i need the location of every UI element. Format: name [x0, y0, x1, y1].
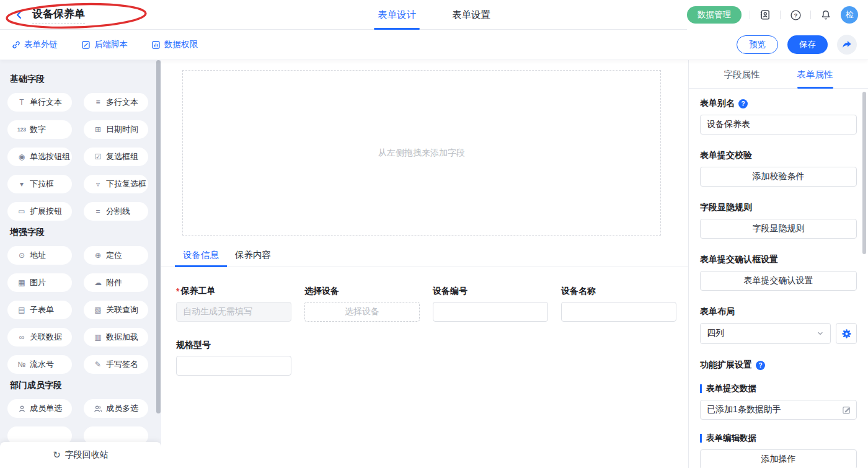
field-item-image[interactable]: ▦图片	[7, 273, 72, 292]
form-external-link[interactable]: 表单外链	[11, 39, 58, 50]
divider	[810, 11, 811, 19]
tab-maintenance-content[interactable]: 保养内容	[227, 249, 279, 267]
data-load-icon: ▥	[92, 332, 104, 342]
serial-number-icon: №	[16, 360, 28, 369]
multi-text-icon: ≡	[92, 97, 104, 107]
field-maintenance-order[interactable]: *保养工单 自动生成无需填写	[176, 286, 291, 322]
submit-check-heading: 表单提交校验	[700, 151, 857, 161]
form-alias-heading: 表单别名 ?	[700, 99, 857, 108]
tab-form-settings[interactable]: 表单设置	[452, 0, 490, 30]
field-item-signature[interactable]: ✎手写签名	[84, 355, 148, 374]
field-device-name[interactable]: 设备名称	[561, 286, 676, 322]
select-icon: ▾	[16, 179, 28, 189]
contacts-icon[interactable]	[758, 8, 772, 22]
field-item-linked-data[interactable]: ∞关联数据	[7, 328, 72, 347]
form-design-canvas: 从左侧拖拽来添加字段 设备信息 保养内容 *保养工单 自动生成无需填写 选择设备…	[161, 60, 688, 468]
member-single-icon	[16, 404, 28, 413]
add-check-condition-button[interactable]: 添加校验条件	[700, 167, 857, 187]
help-badge-icon[interactable]: ?	[738, 99, 748, 108]
toolbar-actions: 预览 保存	[737, 35, 857, 55]
properties-panel: 字段属性 表单属性 表单别名 ? 设备保养表 表单提交校验 添加校验条件 字段显…	[688, 60, 868, 468]
blue-bar	[700, 434, 702, 443]
field-dropzone: 从左侧拖拽来添加字段	[182, 70, 661, 236]
visibility-rules-button[interactable]: 字段显隐规则	[700, 219, 857, 239]
spec-model-input[interactable]	[176, 356, 291, 376]
link-icon	[11, 40, 20, 50]
field-select-device[interactable]: 选择设备 选择设备	[304, 286, 420, 322]
field-item-member-multi[interactable]: 成员多选	[84, 399, 148, 418]
section-title-member-fields: 部门成员字段	[10, 380, 154, 391]
field-item-multi-select[interactable]: ▿下拉复选框	[84, 175, 148, 193]
number-icon: 123	[16, 125, 28, 135]
field-item-extend-button[interactable]: ▭扩展按钮	[7, 202, 72, 221]
canvas-form-fields: *保养工单 自动生成无需填写 选择设备 选择设备 设备编号 设备名称 规格型号	[161, 267, 688, 376]
layout-select[interactable]: 四列	[700, 323, 831, 344]
section-title-enhanced-fields: 增强字段	[10, 227, 154, 238]
field-item-attachment[interactable]: ☁附件	[84, 273, 148, 292]
divider-icon: =	[92, 206, 104, 216]
field-item-checkbox-group[interactable]: ☑复选框组	[84, 148, 148, 166]
member-multi-icon	[92, 404, 104, 413]
locate-icon: ⊕	[92, 250, 104, 260]
field-item-single-line-text[interactable]: T单行文本	[7, 93, 72, 112]
field-palette-sidebar: 基础字段 T单行文本 ≡多行文本 123数字 ⊞日期时间 ◉单选按钮组 ☑复选框…	[0, 60, 161, 468]
field-item-address[interactable]: ⊙地址	[7, 246, 72, 265]
field-item-member-single[interactable]: 成员单选	[7, 399, 72, 418]
edit-icon[interactable]	[842, 405, 851, 415]
field-item-multi-line-text[interactable]: ≡多行文本	[84, 93, 148, 112]
submit-confirm-button[interactable]: 表单提交确认设置	[700, 271, 857, 291]
field-item-divider-line[interactable]: =分割线	[84, 202, 148, 221]
field-item-serial-number[interactable]: №流水号	[7, 355, 72, 374]
tab-form-design[interactable]: 表单设计	[378, 0, 416, 30]
form-properties-body: 表单别名 ? 设备保养表 表单提交校验 添加校验条件 字段显隐规则 字段显隐规则…	[689, 89, 868, 468]
save-button[interactable]: 保存	[787, 35, 828, 54]
select-device-button[interactable]: 选择设备	[304, 302, 420, 322]
field-item-datetime[interactable]: ⊞日期时间	[84, 120, 148, 139]
visibility-rules-heading: 字段显隐规则	[700, 203, 857, 213]
sidebar-scrollbar[interactable]	[156, 60, 161, 413]
canvas-section-tabs: 设备信息 保养内容	[161, 249, 688, 267]
basic-fields-grid: T单行文本 ≡多行文本 123数字 ⊞日期时间 ◉单选按钮组 ☑复选框组 ▾下拉…	[7, 93, 154, 221]
field-item-linked-query[interactable]: ▧关联查询	[84, 301, 148, 319]
preview-button[interactable]: 预览	[737, 35, 778, 54]
permission-icon	[151, 40, 161, 50]
help-badge-icon[interactable]: ?	[756, 361, 765, 370]
address-icon: ⊙	[16, 250, 28, 260]
backend-script-link[interactable]: 后端脚本	[81, 39, 128, 50]
tab-form-properties[interactable]: 表单属性	[797, 60, 833, 89]
form-alias-input[interactable]: 设备保养表	[700, 115, 857, 135]
field-item-number[interactable]: 123数字	[7, 120, 72, 139]
share-button[interactable]	[837, 35, 857, 55]
field-device-code[interactable]: 设备编号	[433, 286, 548, 322]
data-manage-button[interactable]: 数据管理	[687, 6, 742, 24]
data-permission-link[interactable]: 数据权限	[151, 39, 198, 50]
field-spec-model[interactable]: 规格型号	[176, 340, 291, 376]
checkbox-group-icon: ☑	[92, 152, 104, 162]
tab-field-properties[interactable]: 字段属性	[724, 60, 760, 89]
help-icon[interactable]: ?	[789, 8, 802, 22]
device-code-input[interactable]	[433, 302, 548, 322]
form-toolbar: 表单外链 后端脚本 数据权限 预览 保存	[0, 30, 868, 60]
submit-data-subheading: 表单提交数据	[700, 384, 857, 394]
share-arrow-icon	[842, 40, 852, 49]
add-operation-button[interactable]: 添加操作	[700, 449, 857, 468]
field-item-radio-group[interactable]: ◉单选按钮组	[7, 148, 72, 166]
field-item-select[interactable]: ▾下拉框	[7, 175, 72, 193]
linked-query-icon: ▧	[92, 305, 104, 315]
field-recycle-bin[interactable]: ↻ 字段回收站	[0, 442, 161, 468]
multi-select-icon: ▿	[92, 179, 104, 189]
tab-device-info[interactable]: 设备信息	[175, 249, 227, 267]
script-icon	[81, 40, 91, 50]
datetime-icon: ⊞	[92, 125, 104, 135]
layout-settings-button[interactable]	[836, 323, 857, 344]
maintenance-order-input[interactable]: 自动生成无需填写	[176, 302, 291, 322]
notification-bell-icon[interactable]	[819, 8, 833, 22]
section-title-basic-fields: 基础字段	[10, 74, 154, 85]
device-name-input[interactable]	[561, 302, 676, 322]
image-icon: ▦	[16, 278, 28, 288]
panel-scrollbar[interactable]	[862, 92, 866, 254]
field-item-sub-form[interactable]: ▤子表单	[7, 301, 72, 319]
field-item-location[interactable]: ⊕定位	[84, 246, 148, 265]
avatar[interactable]: 检	[841, 6, 858, 24]
field-item-data-load[interactable]: ▥数据加载	[84, 328, 148, 347]
